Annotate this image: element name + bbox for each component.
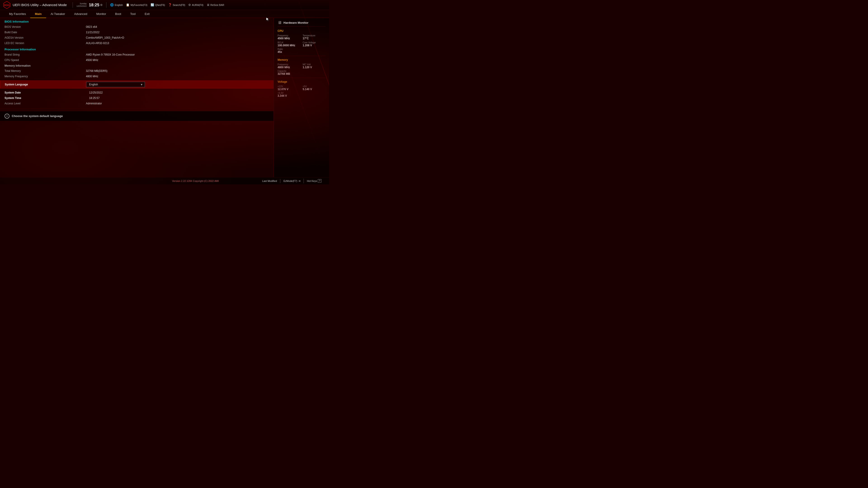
nav-exit[interactable]: Exit	[140, 10, 154, 18]
hw-cpu-bclk: BCLK 100.0000 MHz	[278, 41, 301, 47]
datetime-area: Sunday 12/25/2022 18:25 ⚙	[76, 2, 103, 7]
bios-version-row: BIOS Version 0823 x64	[0, 24, 274, 30]
toolbar-search[interactable]: ❓ Search(F9)	[168, 3, 185, 6]
led-ec-label: LED EC Version	[4, 41, 86, 45]
settings-icon[interactable]: ⚙	[100, 3, 103, 6]
ez-mode-button[interactable]: EzMode(F7) ⇥	[280, 179, 304, 183]
nav-my-favorites[interactable]: My Favorites	[4, 10, 30, 18]
nav-boot[interactable]: Boot	[111, 10, 126, 18]
hw-cpu-freq-value: 4500 MHz	[278, 37, 301, 40]
hw-mem-frequency: Frequency 4800 MHz	[278, 63, 301, 69]
brand-string-row: Brand String AMD Ryzen 9 7950X 16-Core P…	[0, 52, 274, 57]
nav-tool[interactable]: Tool	[126, 10, 140, 18]
access-level-value: Administrator	[86, 102, 102, 105]
hw-volt-3v3-value: 3.344 V	[278, 94, 326, 97]
hw-mem-mc-volt: MC Volt 1.120 V	[303, 63, 326, 69]
hw-cpu-temperature: Temperature 17°C	[303, 34, 326, 40]
hw-cpu-corevolt-label: Core Voltage	[303, 41, 326, 44]
hw-mem-freq-value: 4800 MHz	[278, 66, 301, 69]
cpu-speed-row: CPU Speed 4500 MHz	[0, 57, 274, 63]
logo-area: ROG UEFI BIOS Utility – Advanced Mode	[3, 1, 67, 9]
nav-main[interactable]: Main	[30, 10, 46, 18]
hw-cpu-ratio-value: 45x	[278, 51, 326, 54]
main-panel[interactable]: BIOS Information BIOS Version 0823 x64 B…	[0, 18, 274, 177]
hw-mem-capacity-label: Capacity	[278, 70, 326, 72]
version-text: Version 2.22.1284 Copyright (C) 2022 AMI	[132, 180, 259, 182]
memory-frequency-value: 4800 MHz	[86, 75, 98, 78]
system-date-label: System Date	[4, 91, 86, 94]
hw-volt-3v3: +3.3V 3.344 V	[278, 92, 326, 97]
nav-advanced[interactable]: Advanced	[70, 10, 92, 18]
processor-section-header: Processor Information	[0, 46, 274, 52]
rog-logo-icon: ROG	[3, 1, 11, 9]
nav-ai-tweaker[interactable]: Ai Tweaker	[46, 10, 70, 18]
hw-cpu-freq-label: Frequency	[278, 34, 301, 37]
system-date-value: 12/25/2022	[86, 91, 103, 94]
version-actions: Last Modified EzMode(F7) ⇥ Hot Keys ?	[259, 178, 324, 183]
build-date-label: Build Date	[4, 31, 86, 34]
toolbar-aura[interactable]: ⚙ AURA(F4)	[188, 3, 204, 6]
agesa-version-value: ComboAM5PI_1003_PatchA+D	[86, 36, 124, 39]
system-language-dropdown[interactable]: English ▾	[86, 82, 145, 87]
led-ec-value: AULA3-AR32-0213	[86, 41, 109, 45]
toolbar: 🌐 English 📋 MyFavorite(F3) 🔄 Qfan(F6) ❓ …	[110, 3, 327, 6]
nav-bar: My Favorites Main Ai Tweaker Advanced Mo…	[0, 10, 329, 18]
total-memory-label: Total Memory	[4, 69, 86, 72]
total-memory-value: 32768 MB(DDR5)	[86, 69, 107, 72]
access-level-label: Access Level	[4, 102, 86, 105]
hw-cpu-ratio-label: Ratio	[278, 48, 326, 51]
hw-cpu-temp-label: Temperature	[303, 34, 326, 37]
toolbar-myfavorite-label: MyFavorite(F3)	[130, 4, 147, 6]
aura-icon: ⚙	[188, 3, 191, 6]
hw-volt-5v-label: +5V	[303, 85, 326, 88]
header: ROG UEFI BIOS Utility – Advanced Mode Su…	[0, 0, 329, 10]
favorite-icon: 📋	[126, 3, 129, 6]
hw-volt-12v-label: +12V	[278, 85, 301, 88]
hw-volt-12v-value: 12.076 V	[278, 88, 301, 91]
toolbar-resizebar[interactable]: 🖥 ReSize BAR	[207, 3, 224, 6]
nav-monitor[interactable]: Monitor	[92, 10, 111, 18]
datetime-display: Sunday 12/25/2022	[76, 2, 87, 7]
system-time-row[interactable]: System Time 18:25:57	[0, 95, 274, 101]
hw-cpu-section: CPU	[278, 29, 326, 33]
hw-cpu-frequency: Frequency 4500 MHz	[278, 34, 301, 40]
main-container: ROG UEFI BIOS Utility – Advanced Mode Su…	[0, 0, 329, 184]
system-time-value: 18:25:57	[86, 96, 100, 100]
brand-string-value: AMD Ryzen 9 7950X 16-Core Processor	[86, 53, 135, 56]
cpu-speed-value: 4500 MHz	[86, 59, 98, 62]
app-title: UEFI BIOS Utility – Advanced Mode	[13, 3, 67, 7]
hw-mem-freq-label: Frequency	[278, 63, 301, 66]
date-value: 12/25/2022	[76, 5, 87, 7]
last-modified-button[interactable]: Last Modified	[259, 179, 280, 183]
ez-mode-icon: ⇥	[298, 180, 301, 183]
hw-volt-5v-value: 5.140 V	[303, 88, 326, 91]
toolbar-myfavorite[interactable]: 📋 MyFavorite(F3)	[126, 3, 147, 6]
access-level-row: Access Level Administrator	[0, 101, 274, 106]
resize-icon: 🖥	[207, 3, 210, 6]
hw-cpu-core-voltage: Core Voltage 1.208 V	[303, 41, 326, 47]
hw-cpu-ratio: Ratio 45x	[278, 48, 326, 54]
hw-panel-header: 🖥 Hardware Monitor	[278, 20, 326, 27]
memory-frequency-label: Memory Frequency	[4, 75, 86, 78]
hw-panel-title: Hardware Monitor	[283, 21, 309, 24]
version-bar: Version 2.22.1284 Copyright (C) 2022 AMI…	[0, 177, 329, 184]
system-language-row[interactable]: System Language English ▾	[0, 80, 274, 89]
agesa-version-row: AGESA Version ComboAM5PI_1003_PatchA+D	[0, 35, 274, 40]
system-time-label: System Time	[4, 96, 86, 100]
toolbar-search-label: Search(F9)	[173, 4, 185, 6]
hot-keys-icon: ?	[318, 179, 321, 183]
svg-text:ROG: ROG	[4, 4, 10, 6]
hw-memory-metrics: Frequency 4800 MHz MC Volt 1.120 V	[278, 63, 326, 69]
bios-section-header: BIOS Information	[0, 18, 274, 24]
hw-mem-mcvolt-value: 1.120 V	[303, 66, 326, 69]
search-icon: ❓	[168, 3, 172, 6]
hot-keys-button[interactable]: Hot Keys ?	[304, 178, 324, 183]
toolbar-qfan[interactable]: 🔄 Qfan(F6)	[151, 3, 165, 6]
system-language-selected: English	[89, 83, 98, 86]
hw-panel: 🖥 Hardware Monitor CPU Frequency 4500 MH…	[274, 18, 329, 177]
system-date-row[interactable]: System Date 12/25/2022	[0, 90, 274, 95]
bios-version-value: 0823 x64	[86, 25, 97, 29]
hw-mem-capacity-value: 32768 MB	[278, 72, 326, 75]
info-bar: i Choose the system default language	[0, 111, 274, 121]
toolbar-english[interactable]: 🌐 English	[110, 3, 123, 6]
